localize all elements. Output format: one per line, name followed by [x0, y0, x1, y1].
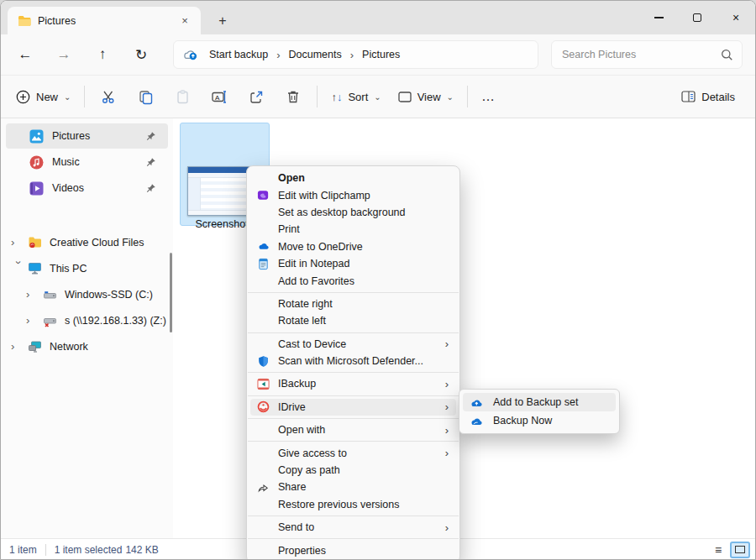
trash-icon — [286, 89, 301, 105]
clipchamp-icon — [257, 189, 278, 202]
title-bar: Pictures × + × — [1, 1, 755, 34]
plus-circle-icon — [16, 90, 30, 104]
pin-icon — [145, 183, 156, 194]
rename-button[interactable]: A — [205, 81, 234, 112]
sidebar-item-this-pc[interactable]: › This PC — [1, 255, 173, 281]
chevron-right-icon: › — [273, 49, 283, 61]
menu-item-open-with[interactable]: Open with› — [250, 421, 456, 438]
onedrive-icon — [257, 240, 278, 254]
refresh-button[interactable]: ↻ — [127, 40, 155, 69]
chevron-collapsed-icon[interactable]: › — [26, 288, 41, 301]
menu-separator — [248, 418, 459, 419]
menu-item-copy-as-path[interactable]: Copy as path — [250, 462, 456, 479]
up-button[interactable]: ↑ — [88, 40, 117, 69]
details-view-toggle[interactable]: ≡ — [708, 542, 728, 558]
details-button[interactable]: Details — [673, 81, 743, 112]
breadcrumb-start-backup[interactable]: Start backup — [204, 46, 273, 63]
this-pc-icon — [28, 261, 42, 275]
share-icon — [257, 480, 278, 494]
breadcrumb-documents[interactable]: Documents — [284, 46, 347, 63]
menu-item-rotate-left[interactable]: Rotate left — [250, 312, 456, 329]
menu-item-cast-to-device[interactable]: Cast to Device› — [250, 336, 456, 353]
menu-item-idrive[interactable]: IDrive› — [250, 399, 456, 416]
minimize-button[interactable] — [639, 1, 678, 34]
submenu-item-backup-now[interactable]: Backup Now — [463, 411, 616, 430]
large-thumbnails-view-toggle[interactable] — [730, 542, 750, 558]
tab-close-icon[interactable]: × — [176, 12, 194, 30]
sort-button[interactable]: ↑↓ Sort ⌄ — [323, 81, 389, 112]
menu-item-move-to-onedrive[interactable]: Move to OneDrive — [250, 238, 456, 255]
menu-item-rotate-right[interactable]: Rotate right — [250, 296, 456, 312]
sidebar-item-label: Windows-SSD (C:) — [65, 289, 153, 301]
submenu-chevron-icon: › — [445, 424, 449, 437]
cut-button[interactable] — [94, 81, 123, 112]
sidebar-item-label: Creative Cloud Files — [50, 237, 144, 249]
tab-pictures[interactable]: Pictures × — [8, 7, 201, 34]
search-box[interactable] — [551, 40, 743, 69]
submenu-chevron-icon: › — [445, 447, 449, 459]
svg-text:A: A — [215, 93, 220, 101]
menu-separator — [248, 516, 459, 516]
menu-item-send-to[interactable]: Send to› — [250, 519, 456, 536]
breadcrumb-pictures[interactable]: Pictures — [357, 46, 405, 63]
new-button[interactable]: New ⌄ — [8, 81, 79, 112]
submenu-item-add-to-backup-set[interactable]: Add to Backup set — [463, 393, 616, 411]
share-button[interactable] — [242, 81, 270, 112]
sidebar-item-music[interactable]: Music — [6, 149, 168, 175]
submenu-chevron-icon: › — [445, 400, 449, 413]
search-icon — [721, 49, 733, 61]
chevron-collapsed-icon[interactable]: › — [11, 236, 26, 249]
disconnected-network-drive-icon — [43, 313, 57, 327]
copy-button[interactable] — [131, 81, 160, 112]
sidebar-item-creative-cloud-files[interactable]: › Creative Cloud Files — [1, 229, 173, 255]
sidebar-item-pictures[interactable]: Pictures — [6, 123, 168, 149]
menu-item-share[interactable]: Share — [250, 479, 456, 495]
search-input[interactable] — [560, 48, 721, 61]
sidebar-item-label: Music — [52, 156, 80, 168]
menu-item-give-access-to[interactable]: Give access to› — [250, 444, 456, 461]
menu-item-set-as-desktop-background[interactable]: Set as desktop background — [250, 204, 456, 221]
close-button[interactable]: × — [717, 1, 755, 34]
chevron-down-icon: ⌄ — [64, 92, 71, 102]
menu-item-print[interactable]: Print — [250, 221, 456, 238]
sidebar-item-network[interactable]: › Network — [1, 333, 173, 359]
item-count: 1 item — [1, 544, 45, 556]
chevron-collapsed-icon[interactable]: › — [11, 340, 26, 353]
address-bar[interactable]: Start backup › Documents › Pictures — [173, 40, 538, 69]
menu-separator — [248, 372, 459, 373]
see-more-button[interactable]: … — [473, 81, 504, 112]
delete-button[interactable] — [279, 81, 307, 112]
sidebar-item-windows-ssd[interactable]: › Windows-SSD (C:) — [1, 281, 173, 307]
menu-item-scan-with-defender[interactable]: Scan with Microsoft Defender... — [250, 353, 456, 369]
back-button[interactable]: ← — [11, 40, 39, 69]
onedrive-sync-icon — [182, 49, 198, 61]
selection-size: 142 KB — [125, 544, 158, 556]
paste-button[interactable] — [168, 81, 197, 112]
view-button[interactable]: View ⌄ — [390, 81, 462, 112]
menu-item-ibackup[interactable]: IBackup› — [250, 375, 456, 392]
menu-item-restore-previous-versions[interactable]: Restore previous versions — [250, 496, 456, 513]
menu-item-edit-in-notepad[interactable]: Edit in Notepad — [250, 255, 456, 272]
chevron-expanded-icon[interactable]: › — [13, 261, 25, 276]
menu-item-properties[interactable]: Properties — [250, 542, 456, 558]
forward-button[interactable]: → — [50, 40, 78, 69]
toolbar-divider — [84, 86, 85, 107]
new-tab-button[interactable]: + — [213, 11, 233, 31]
rename-icon: A — [211, 89, 228, 105]
chevron-collapsed-icon[interactable]: › — [26, 314, 41, 327]
sidebar-item-network-drive-z[interactable]: › s (\\192.168.1.33) (Z:) — [1, 307, 173, 333]
defender-shield-icon — [257, 354, 278, 368]
pin-icon — [145, 131, 156, 142]
details-pane-icon — [681, 91, 696, 102]
copy-icon — [138, 89, 154, 105]
maximize-button[interactable] — [678, 1, 717, 34]
menu-item-edit-with-clipchamp[interactable]: Edit with Clipchamp — [250, 186, 456, 203]
navigation-bar: ← → ↑ ↻ Start backup › Documents › Pictu… — [1, 34, 755, 75]
menu-separator — [248, 292, 459, 293]
sidebar-scrollbar[interactable] — [170, 253, 172, 332]
menu-item-open[interactable]: Open — [250, 170, 456, 186]
sidebar-item-videos[interactable]: Videos — [6, 175, 168, 201]
folder-icon — [18, 15, 31, 27]
window-controls: × — [639, 1, 755, 34]
menu-item-add-to-favorites[interactable]: Add to Favorites — [250, 272, 456, 289]
